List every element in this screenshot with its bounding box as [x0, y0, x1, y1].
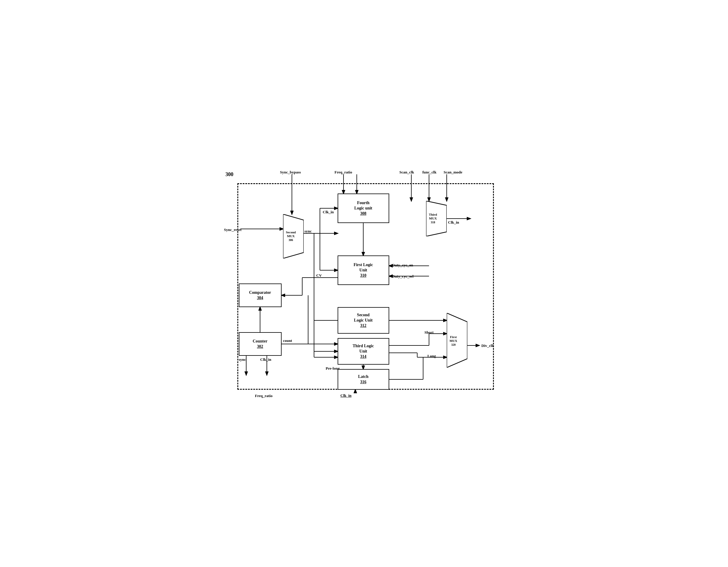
clk-in-latch-label: Clk_in: [341, 393, 352, 398]
diagram-title: 300: [226, 171, 234, 177]
fourth-logic-number: 308: [360, 211, 367, 216]
duty-cyc-sel-label: Duty_cyc_sel: [392, 274, 414, 279]
short-label: Short: [425, 330, 434, 335]
clk-in-third-mux-label: Clk_in: [448, 220, 459, 225]
fourth-logic-label: FourthLogic unit: [354, 200, 372, 211]
second-mux-number: 306: [289, 238, 293, 241]
latch-number: 316: [360, 379, 367, 385]
third-logic-314: Third LogicUnit 314: [338, 338, 389, 365]
third-logic-label: Third LogicUnit: [353, 344, 374, 354]
second-logic-label: SecondLogic Unit: [354, 313, 372, 323]
latch-316: Latch 316: [338, 369, 389, 390]
func-clk-label: func_clk: [423, 170, 437, 175]
counter-label: Counter: [253, 339, 267, 344]
comparator-304: Comparator 304: [239, 284, 282, 307]
third-logic-number: 314: [360, 354, 367, 359]
second-mux-306: SecondMUX 306: [283, 214, 304, 258]
counter-302: Counter 302: [239, 332, 282, 356]
cv-label: CV: [316, 273, 322, 278]
first-mux-label: FirstMUX: [450, 335, 457, 343]
comparator-number: 304: [257, 295, 263, 301]
first-logic-number: 310: [360, 273, 367, 278]
sync-out-label: sync: [305, 229, 312, 234]
scan-mode-label: Scan_mode: [444, 170, 463, 175]
latch-label: Latch: [358, 374, 369, 379]
third-mux-318: ThirdMUX 318: [426, 201, 447, 236]
third-mux-number: 318: [431, 221, 435, 224]
sync-bypass-label: Sync_bypass: [280, 170, 301, 175]
first-logic-label: First LogicUnit: [354, 262, 373, 273]
first-mux-number: 320: [451, 343, 456, 346]
scan-clk-label: Scan_clk: [400, 170, 414, 175]
circuit-diagram: 300: [223, 168, 506, 399]
second-logic-number: 312: [360, 323, 367, 328]
sync-bottom-label: sync: [239, 357, 246, 362]
counter-number: 302: [257, 344, 263, 349]
sync-reset-label: Sync_reset: [224, 227, 242, 232]
first-logic-310: First LogicUnit 310: [338, 255, 389, 285]
div-clk-label: Div_clk: [482, 344, 494, 348]
third-mux-label: ThirdMUX: [429, 213, 437, 220]
duty-cyc-en-label: Duty_cyc_en: [392, 263, 413, 267]
fourth-logic-308: FourthLogic unit 308: [338, 193, 389, 223]
first-mux-320: FirstMUX 320: [447, 313, 467, 368]
comparator-label: Comparator: [249, 290, 271, 295]
second-logic-312: SecondLogic Unit 312: [338, 307, 389, 334]
count-label: count: [283, 339, 292, 343]
clk-in-counter-label: Clk_in: [260, 357, 272, 362]
second-mux-label: SecondMUX: [286, 230, 296, 238]
freq-ratio-top-label: Freq_ratio: [335, 170, 352, 175]
freq-ratio-bottom-label: Freq_ratio: [255, 394, 273, 398]
long-label: Long: [428, 354, 436, 359]
clk-in-fourth-label: Clk_in: [323, 210, 334, 214]
